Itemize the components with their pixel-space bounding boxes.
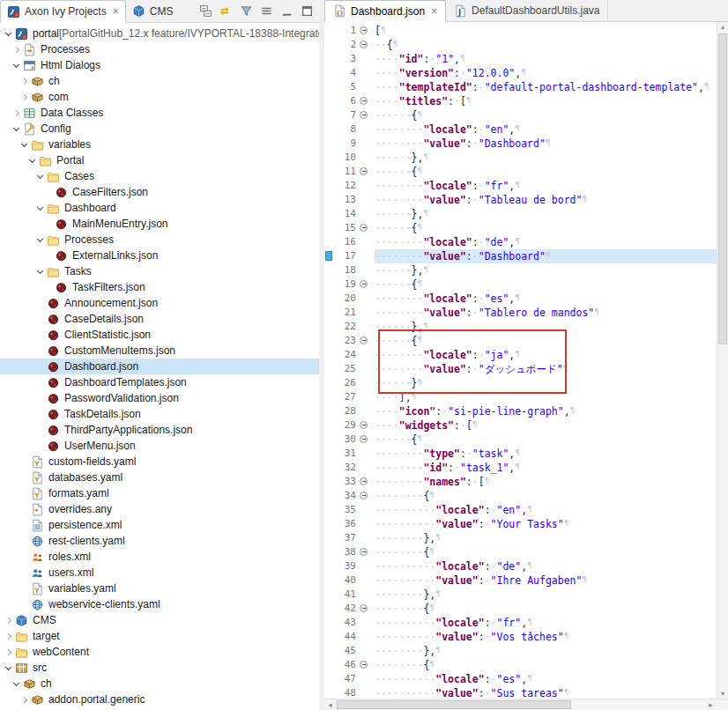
vertical-scrollbar[interactable]: ▴ ▾ (717, 22, 728, 699)
collapsed-twisty-icon[interactable] (19, 79, 30, 84)
tree-item-variables-yaml[interactable]: Yvariables.yaml (0, 581, 319, 596)
tree-item-variables[interactable]: variables (0, 137, 319, 152)
view-tab-cms[interactable]: CMS (126, 0, 180, 22)
expanded-twisty-icon[interactable] (19, 144, 30, 146)
code-line-34[interactable]: ········{¶ (375, 489, 717, 503)
code-line-28[interactable]: ····"icon":·"si-pie-line-graph",¶ (375, 404, 717, 418)
tree-item-target[interactable]: target (0, 628, 319, 644)
tree-item-rest-clients-yaml[interactable]: rest-clients.yaml (0, 533, 319, 549)
tree-item-dashboardtemplates-json[interactable]: DashboardTemplates.json (0, 374, 319, 390)
expanded-twisty-icon[interactable] (11, 683, 22, 685)
collapsed-twisty-icon[interactable] (19, 698, 30, 702)
fold-minus-icon[interactable] (360, 337, 368, 344)
tree-item-mainmenuentry-json[interactable]: MainMenuEntry.json (0, 216, 319, 232)
vertical-scrollbar-thumb[interactable] (718, 33, 727, 344)
tree-item-addon-portal-generic[interactable]: addon.portal.generic (0, 692, 319, 707)
filter-icon[interactable] (237, 2, 256, 20)
project-tree[interactable]: portal [PortalGitHub_12.x feature/IVYPOR… (0, 23, 319, 710)
code-line-29[interactable]: ····"widgets":·[¶ (375, 418, 717, 433)
code-line-24[interactable]: ········"locale":·"ja",¶ (375, 348, 717, 362)
view-menu-icon[interactable] (257, 2, 276, 20)
fold-minus-icon[interactable] (360, 477, 368, 485)
code-line-22[interactable]: ······},¶ (375, 320, 717, 334)
code-line-30[interactable]: ······{¶ (375, 433, 717, 447)
tree-item-formats-yaml[interactable]: Yformats.yaml (0, 485, 319, 501)
code-line-4[interactable]: ····"version":·"12.0.0",¶ (375, 66, 717, 80)
collapsed-twisty-icon[interactable] (19, 95, 30, 100)
tree-item-announcement-json[interactable]: Announcement.json (0, 295, 319, 311)
expanded-twisty-icon[interactable] (26, 159, 38, 162)
code-line-40[interactable]: ··········"value":·"Ihre Aufgaben"¶ (375, 573, 717, 588)
link-editor-icon[interactable]: ⇄ (217, 2, 235, 20)
expanded-twisty-icon[interactable] (34, 239, 46, 241)
code-line-26[interactable]: ······}¶ (375, 376, 717, 390)
tree-item-roles-xml[interactable]: roles.xml (0, 549, 319, 565)
code-line-47[interactable]: ··········"locale":·"es",¶ (375, 672, 717, 686)
code-line-25[interactable]: ········"value":·"ダッシュボード"¶ (375, 362, 717, 376)
code-line-5[interactable]: ····"templateId":·"default-portal-dashbo… (375, 80, 717, 94)
tree-item-dashboard-json[interactable]: Dashboard.json (0, 359, 319, 374)
view-tab-axon-ivy-projects[interactable]: Axon Ivy Projects× (0, 0, 126, 23)
tree-item-src[interactable]: src (0, 660, 319, 676)
code-line-12[interactable]: ········"locale":·"fr",¶ (375, 179, 717, 193)
code-line-21[interactable]: ········"value":·"Tablero de mandos"¶ (375, 306, 717, 320)
fold-minus-icon[interactable] (360, 492, 368, 499)
annotation-ruler[interactable] (324, 22, 333, 699)
code-line-19[interactable]: ······{¶ (375, 277, 717, 292)
fold-minus-icon[interactable] (360, 661, 368, 669)
code-line-2[interactable]: ··{¶ (375, 38, 717, 52)
code-line-13[interactable]: ········"value":·"Tableau de bord"¶ (375, 193, 717, 207)
tree-item-custom-fields-yaml[interactable]: Ycustom-fields.yaml (0, 454, 319, 470)
tree-item-tasks[interactable]: Tasks (0, 263, 319, 279)
expanded-twisty-icon[interactable] (34, 207, 46, 210)
code-line-38[interactable]: ········{¶ (375, 545, 717, 559)
code-line-44[interactable]: ··········"value":·"Vos tâches"¶ (375, 630, 717, 644)
tree-item-overrides-any[interactable]: *overrides.any (0, 501, 319, 517)
tree-item-externallinks-json[interactable]: ExternalLinks.json (0, 248, 319, 263)
tree-item-ch[interactable]: ch (0, 676, 319, 692)
code-line-15[interactable]: ······{¶ (375, 221, 717, 235)
code-line-42[interactable]: ········{¶ (375, 602, 717, 616)
tree-item-passwordvalidation-json[interactable]: PasswordValidation.json (0, 390, 319, 406)
code-line-36[interactable]: ··········"value":·"Your Tasks"¶ (375, 517, 717, 531)
scroll-right-icon[interactable]: ▸ (705, 699, 717, 710)
fold-minus-icon[interactable] (360, 421, 368, 429)
code-line-46[interactable]: ········{¶ (375, 658, 717, 672)
code-line-10[interactable]: ······},¶ (375, 151, 717, 165)
tree-item-casefilters-json[interactable]: CaseFilters.json (0, 184, 319, 200)
fold-minus-icon[interactable] (360, 280, 368, 288)
code-line-27[interactable]: ····],¶ (375, 390, 717, 404)
fold-column[interactable] (358, 22, 371, 699)
expanded-twisty-icon[interactable] (3, 33, 14, 35)
code-line-33[interactable]: ········"names":·[¶ (375, 475, 717, 489)
tree-item-thirdpartyapplications-json[interactable]: ThirdPartyApplications.json (0, 422, 319, 438)
expanded-twisty-icon[interactable] (11, 128, 22, 130)
code-line-39[interactable]: ··········"locale":·"de",¶ (375, 559, 717, 573)
tree-item-custommenuitems-json[interactable]: CustomMenuItems.json (0, 343, 319, 359)
collapsed-twisty-icon[interactable] (3, 634, 14, 639)
tree-item-users-xml[interactable]: users.xml (0, 565, 319, 581)
code-line-35[interactable]: ··········"locale":·"en",¶ (375, 503, 717, 517)
code-line-18[interactable]: ······},¶ (375, 263, 717, 277)
code-line-23[interactable]: ······{¶ (375, 334, 717, 348)
code-line-9[interactable]: ········"value":·"Dashboard"¶ (375, 137, 717, 151)
code-line-6[interactable]: ····"titles":·[¶ (375, 94, 717, 108)
close-icon[interactable]: × (431, 5, 437, 18)
tree-item-portal[interactable]: portal [PortalGitHub_12.x feature/IVYPOR… (0, 26, 319, 41)
tree-item-dashboard[interactable]: Dashboard (0, 200, 319, 216)
occurrence-marker[interactable] (325, 251, 332, 261)
expanded-twisty-icon[interactable] (34, 175, 46, 178)
scroll-up-icon[interactable]: ▴ (717, 23, 728, 31)
tree-item-casedetails-json[interactable]: CaseDetails.json (0, 311, 319, 327)
tree-item-clientstatistic-json[interactable]: ClientStatistic.json (0, 327, 319, 343)
horizontal-scrollbar-thumb[interactable] (337, 700, 571, 709)
code-line-37[interactable]: ········},¶ (375, 531, 717, 545)
code-line-1[interactable]: [¶ (375, 24, 717, 38)
code-line-41[interactable]: ········},¶ (375, 588, 717, 602)
fold-minus-icon[interactable] (360, 26, 368, 34)
tree-item-config[interactable]: Config (0, 121, 319, 137)
tree-item-processes[interactable]: Processes (0, 232, 319, 248)
code-line-20[interactable]: ········"locale":·"es",¶ (375, 292, 717, 306)
code-line-7[interactable]: ······{¶ (375, 108, 717, 122)
fold-minus-icon[interactable] (360, 167, 368, 175)
